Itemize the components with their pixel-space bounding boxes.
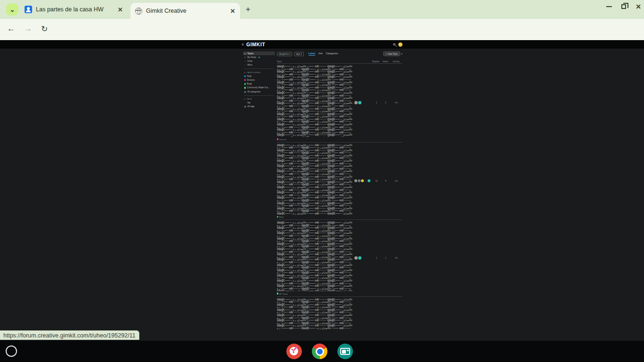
chevron-down-icon: ▾ xyxy=(244,71,245,74)
poster-avatar[interactable] xyxy=(354,101,358,104)
poster-avatar[interactable] xyxy=(361,179,364,182)
my-posts-icon: ✎ xyxy=(244,56,247,59)
invite-icon: + xyxy=(244,60,247,62)
topic-replies: 1 xyxy=(372,257,381,259)
nav-categories[interactable]: Categories xyxy=(326,52,338,56)
topic-posters xyxy=(353,101,372,104)
more-icon: ⋯ xyxy=(244,64,247,66)
poster-avatar[interactable] xyxy=(368,179,370,182)
col-topic: Topic xyxy=(277,60,352,63)
col-activity: Activity xyxy=(390,60,403,63)
category-swatch xyxy=(277,293,279,295)
poster-avatar[interactable] xyxy=(354,256,358,260)
col-replies: Replies xyxy=(371,60,381,63)
nav-hot[interactable]: Hot xyxy=(318,52,322,56)
tags-filter-dropdown[interactable]: tags ▾ xyxy=(294,52,303,56)
sidebar-category-help[interactable]: Help xyxy=(243,74,275,78)
topic-views: 2 xyxy=(381,101,391,104)
user-avatar[interactable] xyxy=(398,42,403,47)
topic-title-link[interactable]: ẍ̸̨̛͓́q̶̻̏a̷͚̒p̵̧̛̈t̴͇̚f̷̜̐s̶̙͌ ⸺— ڡاڵڶڝ… xyxy=(277,221,353,291)
topic-row: ẍ̸̨̛͓́q̶̻̏a̷͚̒p̵̧̛̈t̴͇̚f̷̜̐s̶̙͌ ⸺— ڡاڵڶڝ… xyxy=(277,64,403,143)
topic-row: ẍ̸̨̛͓́q̶̻̏a̷͚̒p̵̧̛̈t̴͇̚f̷̜̐s̶̙͌ ⸺— ڡاڵڶڝ… xyxy=(277,220,403,297)
topic-row: ẍ̸̨̛͓́q̶̻̏a̷͚̒p̵̧̛̈t̴͇̚f̷̜̐s̶̙͌ ⸺— ڡاڵڶڝ… xyxy=(277,143,403,220)
category-swatch xyxy=(244,83,246,85)
screencast-app-icon[interactable] xyxy=(337,344,353,359)
back-icon[interactable]: ← xyxy=(7,24,15,34)
sidebar-category-community-made[interactable]: Community Made Gui… xyxy=(243,86,275,90)
sidebar-category-bugs[interactable]: Bugs xyxy=(243,82,275,86)
forum-sidebar: ▤ Topics ✎ My Posts + Invite ⋯ More ▾ xyxy=(242,49,276,341)
poster-avatar[interactable] xyxy=(358,256,361,260)
canvas-app-icon[interactable] xyxy=(286,344,302,359)
minimize-icon[interactable] xyxy=(606,6,612,7)
poster-avatar[interactable] xyxy=(354,179,357,182)
new-topic-button[interactable]: + New Topic xyxy=(383,51,400,56)
topic-list-header: Topic Replies Views Activity xyxy=(277,59,403,64)
tab-strip: ⌄ Las partes de la casa HW ✕ Gimkit Crea… xyxy=(0,0,644,19)
tab-close-icon[interactable]: ✕ xyxy=(230,8,235,15)
poster-avatar[interactable] xyxy=(358,179,361,182)
globe-favicon xyxy=(135,8,142,15)
category-swatch xyxy=(277,216,279,218)
unread-dot xyxy=(258,57,260,58)
page-viewport: ≡ GIMKIT ▤ Topics ✎ My Posts + xyxy=(0,40,644,341)
poster-avatar[interactable] xyxy=(358,101,361,104)
tag-icon: ▦ xyxy=(244,105,247,108)
hamburger-icon[interactable]: ≡ xyxy=(242,42,244,47)
topic-category[interactable]: Bugs xyxy=(277,216,353,218)
sidebar-item-my-posts[interactable]: ✎ My Posts xyxy=(243,55,275,59)
topic-title-link[interactable]: ẍ̸̨̛͓́q̶̻̏a̷͚̒p̵̧̛̈t̴͇̚f̷̜̐s̶̙͌ ⸺— ڡاڵڶڝ… xyxy=(277,298,355,329)
tab-search-button[interactable]: ⌄ xyxy=(6,3,18,16)
new-tab-button[interactable]: + xyxy=(246,5,250,14)
topic-title-link[interactable]: ẍ̸̨̛͓́q̶̻̏a̷͚̒p̵̧̛̈t̴͇̚f̷̜̐s̶̙͌ ⸺— ڡاڵڶڝ… xyxy=(277,65,353,137)
topic-views: 8 xyxy=(381,180,391,182)
window-controls: ✕ xyxy=(606,4,641,9)
categories-section-header[interactable]: ▾ CATEGORIES xyxy=(243,71,275,75)
sidebar-category-devices[interactable]: Devices xyxy=(243,78,275,82)
category-swatch xyxy=(244,76,246,77)
gimkit-logo[interactable]: GIMKIT xyxy=(246,42,265,47)
category-swatch xyxy=(244,87,246,89)
topic-category[interactable]: Devices xyxy=(277,138,353,141)
new-topic-caret-icon[interactable]: ▾ xyxy=(401,52,403,55)
tab-title: Las partes de la casa HW xyxy=(36,6,114,13)
tab-las-partes[interactable]: Las partes de la casa HW ✕ xyxy=(20,0,128,19)
topic-replies: 1 xyxy=(372,101,381,104)
sidebar-divider xyxy=(244,95,274,96)
chevron-down-icon: ▾ xyxy=(244,98,245,100)
tab-gimkit-creative-active[interactable]: Gimkit Creative ✕ xyxy=(130,3,240,19)
forum-search-icon[interactable] xyxy=(393,43,395,46)
sidebar-all-categories[interactable]: ▦ All categories xyxy=(243,90,275,93)
reload-icon[interactable]: ↻ xyxy=(41,24,48,34)
poster-avatar[interactable] xyxy=(364,179,367,182)
sidebar-divider xyxy=(244,68,274,69)
sidebar-item-topics[interactable]: ▤ Topics xyxy=(243,51,275,55)
tag-icon: ◦ xyxy=(244,101,247,104)
topic-activity[interactable]: 1m xyxy=(390,101,402,104)
topic-posters xyxy=(353,256,372,260)
topic-activity[interactable]: 1m xyxy=(390,257,402,259)
window-close-icon[interactable]: ✕ xyxy=(635,4,641,9)
forum-header: ≡ GIMKIT xyxy=(0,40,644,49)
topic-category[interactable]: Art Inqniy xyxy=(277,293,353,295)
browser-toolbar: ← → ↻ forum.creative.gimkit.com/latest ☆… xyxy=(0,19,644,40)
sidebar-item-more[interactable]: ⋯ More xyxy=(243,63,275,67)
chrome-app-icon[interactable] xyxy=(312,344,327,359)
topic-list-main: categories ▾ tags ▾ Latest Hot Categorie… xyxy=(276,49,403,341)
launcher-button[interactable] xyxy=(6,345,17,357)
sidebar-all-tags[interactable]: ▦ All tags xyxy=(243,105,275,109)
sidebar-item-invite[interactable]: + Invite xyxy=(243,59,275,63)
chromeos-shelf: 2 Feb 8 11:57 US xyxy=(0,341,644,362)
restore-icon[interactable] xyxy=(621,4,626,9)
grid-icon: ▦ xyxy=(244,91,247,93)
col-views: Views xyxy=(381,60,390,63)
tab-close-icon[interactable]: ✕ xyxy=(118,6,123,13)
sidebar-tag-faq[interactable]: ◦ faq xyxy=(243,101,275,105)
forward-icon[interactable]: → xyxy=(24,24,32,34)
topic-title-link[interactable]: ẍ̸̨̛͓́q̶̻̏a̷͚̒p̵̧̛̈t̴͇̚f̷̜̐s̶̙͌ ⸺— ڡاڵڶڝ… xyxy=(277,144,353,215)
nav-latest[interactable]: Latest xyxy=(309,52,316,56)
tags-section-header[interactable]: ▾ TAGS xyxy=(243,97,275,101)
topics-icon: ▤ xyxy=(244,52,247,55)
topic-activity[interactable]: 1m xyxy=(390,180,402,182)
categories-filter-dropdown[interactable]: categories ▾ xyxy=(277,52,292,56)
